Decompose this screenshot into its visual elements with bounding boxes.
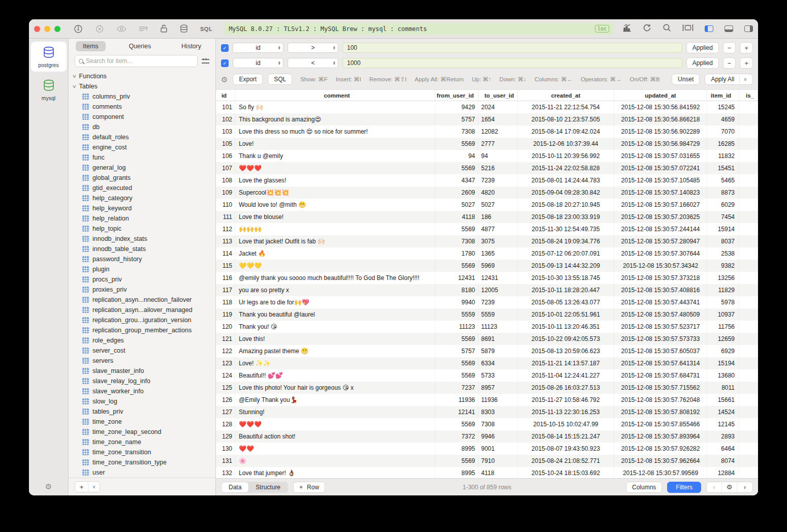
sidebar-table-item[interactable]: time_zone_transition (69, 447, 215, 457)
cell-created-at[interactable]: 2015-10-15 10:02:47.99 (518, 418, 614, 430)
cell-id[interactable]: 107 (216, 162, 235, 174)
add-item-button-group[interactable]: + ∨ (75, 481, 100, 492)
cell-from-user-id[interactable]: 9940 (435, 296, 479, 308)
cell-comment[interactable]: @emily thank you soooo much beautiful!!!… (235, 272, 435, 284)
table-row[interactable]: 126 @Emily Thank you💃🏾 11936 11936 2015-… (216, 394, 758, 406)
cell-comment[interactable]: Beautiful action shot! (235, 430, 435, 443)
applied-button[interactable]: Applied (686, 57, 719, 69)
sidebar-table-item[interactable]: time_zone_name (69, 437, 215, 447)
cell-updated-at[interactable]: 2015-12-08 15:30:57.715562 (614, 382, 707, 394)
cell-id[interactable]: 116 (216, 272, 235, 284)
cell-to-user-id[interactable]: 8957 (479, 382, 518, 394)
sidebar-table-item[interactable]: slave_relay_log_info (69, 376, 215, 386)
cell-id[interactable]: 113 (216, 235, 235, 247)
cell-from-user-id[interactable]: 12431 (435, 272, 479, 284)
cell-from-user-id[interactable]: 5569 (435, 223, 479, 235)
filter-value-input[interactable] (342, 58, 682, 68)
cell-id[interactable]: 106 (216, 150, 235, 162)
page-settings-gear-icon[interactable]: ⚙ (722, 482, 737, 492)
cell-from-user-id[interactable]: 8995 (435, 443, 479, 455)
cell-item-id[interactable]: 10937 (707, 308, 739, 321)
cell-from-user-id[interactable]: 5027 (435, 199, 479, 211)
next-page-icon[interactable]: › (737, 482, 752, 492)
cell-to-user-id[interactable]: 6334 (479, 357, 518, 369)
sidebar-table-item[interactable]: default_roles (69, 132, 215, 142)
cell-from-user-id[interactable]: 8180 (435, 284, 479, 296)
sidebar-table-item[interactable]: slave_master_info (69, 366, 215, 376)
cell-created-at[interactable]: 2015-11-04 12:24:41.227 (518, 369, 614, 382)
table-row[interactable]: 124 Beautiful!! 💕💕 5569 5733 2015-11-04 … (216, 369, 758, 382)
cell-item-id[interactable]: 12659 (707, 333, 739, 345)
add-filter-button[interactable]: + (740, 42, 753, 53)
cell-comment[interactable]: Love this dress so much 😍 so nice for su… (235, 126, 435, 138)
sidebar-table-item[interactable]: gtid_executed (69, 183, 215, 193)
cell-updated-at[interactable]: 2015-12-08 15:30:57.244144 (614, 223, 707, 235)
cell-is[interactable] (739, 211, 758, 223)
table-row[interactable]: 128 ❤️❤️❤️ 5569 7308 2015-10-15 10:02:47… (216, 418, 758, 430)
item-search-box[interactable] (75, 55, 198, 67)
column-header-to-user-id[interactable]: to_user_id (479, 90, 518, 101)
cell-id[interactable]: 101 (216, 101, 235, 113)
cell-updated-at[interactable]: 2015-12-08 15:30:57.031655 (614, 150, 707, 162)
cell-id[interactable]: 110 (216, 199, 235, 211)
cell-to-user-id[interactable]: 1365 (479, 247, 518, 260)
cell-item-id[interactable]: 8074 (707, 455, 739, 467)
cell-updated-at[interactable]: 2015-12-08 15:30:57.523717 (614, 321, 707, 333)
cell-item-id[interactable]: 12884 (707, 467, 739, 478)
cell-id[interactable]: 102 (216, 113, 235, 126)
plus-icon[interactable]: + (75, 482, 88, 492)
table-row[interactable]: 132 Love that jumper! 👌🏾 8995 4118 2015-… (216, 467, 758, 478)
cell-is[interactable] (739, 138, 758, 150)
cell-item-id[interactable]: 6464 (707, 443, 739, 455)
cell-from-user-id[interactable]: 5569 (435, 260, 479, 272)
cell-item-id[interactable]: 16285 (707, 138, 739, 150)
cell-comment[interactable]: Thank u @emily (235, 150, 435, 162)
cell-comment[interactable]: Supercool💥💥💥 (235, 186, 435, 199)
column-header-updated-at[interactable]: updated_at (614, 90, 707, 101)
cell-created-at[interactable]: 2015-10-11 20:39:56.992 (518, 150, 614, 162)
cell-item-id[interactable]: 4659 (707, 113, 739, 126)
cell-comment[interactable]: 🌸 (235, 455, 435, 467)
table-row[interactable]: 105 Love! 5569 2777 2015-12-06 10:37:39.… (216, 138, 758, 150)
cell-id[interactable]: 105 (216, 138, 235, 150)
sidebar-table-item[interactable]: columns_priv (69, 91, 215, 102)
cell-comment[interactable]: Love the glasses! (235, 174, 435, 186)
cell-comment[interactable]: ❤️❤️ (235, 443, 435, 455)
filter-options-icon[interactable] (202, 58, 209, 64)
cell-item-id[interactable]: 9382 (707, 260, 739, 272)
table-row[interactable]: 129 Beautiful action shot! 7372 9946 201… (216, 430, 758, 443)
sidebar-table-item[interactable]: replication_asyn...ailover_managed (69, 305, 215, 315)
sidebar-table-item[interactable]: password_history (69, 254, 215, 264)
applied-button[interactable]: Applied (686, 42, 719, 53)
cell-from-user-id[interactable]: 5569 (435, 162, 479, 174)
cell-id[interactable]: 117 (216, 284, 235, 296)
cell-is[interactable] (739, 382, 758, 394)
log-icon[interactable] (139, 25, 148, 33)
cell-is[interactable] (739, 345, 758, 357)
cell-to-user-id[interactable]: 2777 (479, 138, 518, 150)
columns-button[interactable]: Columns (626, 482, 662, 493)
cell-to-user-id[interactable]: 11123 (479, 321, 518, 333)
filter-enabled-checkbox[interactable]: ✓ (221, 44, 229, 52)
filter-operator-select[interactable]: >▲▼ (288, 43, 338, 53)
tab-queries[interactable]: Queries (121, 41, 158, 51)
cell-comment[interactable]: Love! (235, 138, 435, 150)
cell-item-id[interactable]: 7070 (707, 126, 739, 138)
cell-comment[interactable]: 🙌🙌🙌 (235, 223, 435, 235)
cell-to-user-id[interactable]: 2024 (479, 101, 518, 113)
cell-updated-at[interactable]: 2015-12-08 15:30:57.99569 (614, 467, 707, 478)
toggle-left-panel-icon[interactable] (705, 25, 713, 32)
cell-comment[interactable]: Ur legs are to die for🙌💖 (235, 296, 435, 308)
table-row[interactable]: 117 you are so pretty x 8180 12005 2015-… (216, 284, 758, 296)
cell-id[interactable]: 114 (216, 247, 235, 260)
cell-from-user-id[interactable]: 5559 (435, 308, 479, 321)
cell-comment[interactable]: Thank you beautiful @laurel (235, 308, 435, 321)
cell-to-user-id[interactable]: 11936 (479, 394, 518, 406)
table-row[interactable]: 110 Would love to! @mith 😬 5027 5027 201… (216, 199, 758, 211)
cell-item-id[interactable]: 15661 (707, 394, 739, 406)
cell-is[interactable] (739, 272, 758, 284)
cell-created-at[interactable]: 2015-10-22 09:42:05.573 (518, 333, 614, 345)
cell-created-at[interactable]: 2015-08-14 17:09:42.024 (518, 126, 614, 138)
cell-item-id[interactable]: 11832 (707, 150, 739, 162)
cell-item-id[interactable]: 8011 (707, 382, 739, 394)
